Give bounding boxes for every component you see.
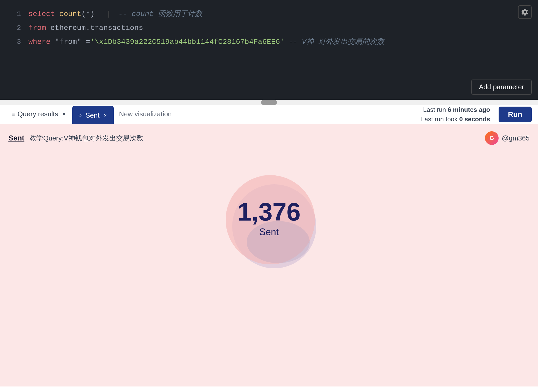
comment-line1: -- count 函数用于计数 <box>118 8 202 20</box>
big-number: 1,376 <box>237 199 301 224</box>
tab-query-results[interactable]: ≡ Query results × <box>6 105 72 124</box>
tabs-right: Last run 6 minutes ago Last run took 0 s… <box>421 105 532 124</box>
code-line-2: 2 from ethereum.transactions <box>0 21 538 35</box>
list-icon: ≡ <box>12 111 15 118</box>
settings-button[interactable] <box>518 5 532 19</box>
last-run-time: 6 minutes ago <box>448 106 490 113</box>
user-badge: G @gm365 <box>485 131 530 145</box>
tab-query-results-close[interactable]: × <box>61 111 67 117</box>
function-count: count <box>59 8 81 20</box>
tab-sent[interactable]: ☆ Sent × <box>72 106 114 125</box>
comment-line3: -- V神 对外发出交易的次数 <box>289 36 384 48</box>
last-run-info: Last run 6 minutes ago Last run took 0 s… <box>421 105 490 124</box>
results-title: Sent 教学Query:V神钱包对外发出交易次数 <box>8 134 143 143</box>
results-area: Sent 教学Query:V神钱包对外发出交易次数 G @gm365 1,376… <box>0 124 538 386</box>
run-button[interactable]: Run <box>499 107 532 122</box>
keyword-where: where <box>28 36 50 48</box>
drag-handle[interactable] <box>0 100 538 105</box>
code-line-1: 1 select count (*) | -- count 函数用于计数 <box>0 7 538 21</box>
gear-icon <box>521 8 529 16</box>
tab-query-results-label: Query results <box>18 110 58 118</box>
drag-handle-indicator <box>261 100 277 105</box>
keyword-from: from <box>28 22 46 34</box>
string-address: '\x1Db3439a222C519ab44bb1144fC28167b4Fa6… <box>90 36 284 48</box>
line-number-2: 2 <box>8 22 21 34</box>
tabs-bar: ≡ Query results × ☆ Sent × New visualiza… <box>0 105 538 124</box>
circle-content: 1,376 Sent <box>237 199 301 238</box>
last-run-took-prefix: Last run took <box>421 116 459 123</box>
results-subtitle: 教学Query:V神钱包对外发出交易次数 <box>29 134 143 142</box>
keyword-select: select <box>28 8 55 20</box>
line-number-1: 1 <box>8 8 21 20</box>
code-editor[interactable]: 1 select count (*) | -- count 函数用于计数 2 f… <box>0 0 538 100</box>
results-title-label: Sent <box>8 134 24 142</box>
results-header: Sent 教学Query:V神钱包对外发出交易次数 G @gm365 <box>8 131 530 145</box>
circle-visualization: 1,376 Sent <box>222 171 316 266</box>
last-run-prefix: Last run <box>423 106 448 113</box>
add-parameter-button[interactable]: Add parameter <box>471 80 532 95</box>
code-line-3: 3 where "from" = '\x1Db3439a222C519ab44b… <box>0 35 538 49</box>
last-run-duration: 0 seconds <box>459 116 490 123</box>
visualization-container: 1,376 Sent <box>8 150 530 281</box>
line-number-3: 3 <box>8 36 21 48</box>
tab-new-visualization[interactable]: New visualization <box>114 105 177 124</box>
tab-sent-label: Sent <box>85 111 100 119</box>
avatar: G <box>485 131 499 145</box>
big-label: Sent <box>237 227 301 238</box>
username: @gm365 <box>502 134 530 142</box>
tab-sent-close[interactable]: × <box>102 112 108 119</box>
star-icon: ☆ <box>77 112 83 119</box>
tab-new-viz-label: New visualization <box>119 110 172 118</box>
